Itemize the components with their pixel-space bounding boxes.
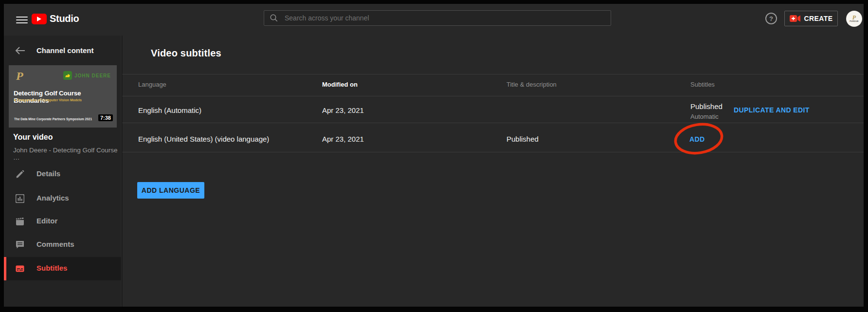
search-box[interactable] <box>264 10 611 26</box>
back-navigation[interactable]: Channel content <box>4 42 121 59</box>
cell-language: English (Automatic) <box>138 106 201 114</box>
search-input[interactable] <box>278 14 611 22</box>
sidebar-item-details[interactable]: Details <box>4 163 121 186</box>
add-language-button[interactable]: ADD LANGUAGE <box>137 182 204 199</box>
duplicate-and-edit-link[interactable]: DUPLICATE AND EDIT <box>734 106 810 114</box>
row-divider <box>122 152 864 152</box>
your-video-label: Your video <box>13 133 53 142</box>
bar-chart-icon <box>16 194 24 203</box>
thumbnail-footer: The Data Mine Corporate Partners Symposi… <box>14 117 92 121</box>
svg-text:?: ? <box>769 15 773 22</box>
avatar-org-label: PURDUE <box>850 20 859 22</box>
help-icon: ? <box>764 12 778 25</box>
sidebar-item-analytics[interactable]: Analytics <box>4 187 121 210</box>
sidebar-item-label: Editor <box>36 217 57 225</box>
cell-subtitles-type: Automatic <box>690 113 719 120</box>
search-icon <box>270 14 278 22</box>
john-deere-icon <box>63 71 72 80</box>
column-header-modified-on[interactable]: Modified on <box>322 81 358 88</box>
john-deere-label: JOHN DEERE <box>74 73 111 78</box>
sidebar-item-label: Subtitles <box>36 264 67 272</box>
column-header-title-description[interactable]: Title & description <box>506 81 557 88</box>
sidebar-item-label: Details <box>36 169 60 178</box>
add-subtitles-link[interactable]: ADD <box>689 135 705 143</box>
channel-avatar[interactable]: P PURDUE <box>846 11 862 27</box>
column-header-subtitles[interactable]: Subtitles <box>690 81 715 88</box>
page-title: Video subtitles <box>151 48 221 59</box>
cell-subtitles-status: Published <box>690 102 723 110</box>
avatar-monogram: P <box>852 15 856 20</box>
youtube-studio-window: Studio ? CREATE P PURDUE <box>0 0 868 312</box>
comment-icon <box>16 240 24 249</box>
table-top-border <box>122 74 864 74</box>
cell-modified-on: Apr 23, 2021 <box>322 135 364 143</box>
sidebar-item-editor[interactable]: Editor <box>4 210 121 233</box>
sidebar-item-comments[interactable]: Comments <box>4 233 121 257</box>
clapperboard-icon <box>16 217 24 226</box>
video-name: John Deere - Detecting Golf Course … <box>13 147 121 161</box>
cell-title-description: Published <box>506 135 539 143</box>
table-header-border <box>122 96 864 96</box>
help-button[interactable]: ? <box>764 12 778 25</box>
main-content: Video subtitles Language Modified on Tit… <box>122 36 864 307</box>
back-arrow-icon[interactable] <box>15 46 25 55</box>
thumbnail-title: Detecting Golf Course Boundaries <box>14 90 114 104</box>
create-video-icon <box>790 15 800 22</box>
create-button[interactable]: CREATE <box>784 11 838 26</box>
sidebar: Channel content P JOHN DEERE Detecting G… <box>4 36 122 307</box>
studio-brand-label[interactable]: Studio <box>50 13 79 24</box>
cell-language: English (United States) (video language) <box>138 135 269 143</box>
back-label: Channel content <box>36 46 94 55</box>
video-thumbnail[interactable]: P JOHN DEERE Detecting Golf Course Bound… <box>9 65 117 128</box>
cell-modified-on: Apr 23, 2021 <box>322 106 364 114</box>
top-bar: Studio ? CREATE P PURDUE <box>4 4 864 36</box>
create-button-label: CREATE <box>804 15 833 22</box>
thumbnail-subtitle: A Comparison of Computer Vision Models <box>14 98 82 102</box>
youtube-logo-icon[interactable] <box>32 14 47 24</box>
purdue-logo: P <box>16 70 23 83</box>
pencil-icon <box>16 170 24 179</box>
column-header-language[interactable]: Language <box>138 81 166 88</box>
sidebar-item-subtitles[interactable]: Subtitles <box>4 257 121 280</box>
john-deere-logo: JOHN DEERE <box>63 71 111 80</box>
sidebar-item-label: Analytics <box>36 194 69 202</box>
video-duration-badge: 7:38 <box>98 114 113 121</box>
row-divider <box>122 123 864 123</box>
sidebar-item-label: Comments <box>36 240 74 248</box>
hamburger-menu-icon[interactable] <box>12 13 32 27</box>
subtitles-icon <box>16 264 24 273</box>
